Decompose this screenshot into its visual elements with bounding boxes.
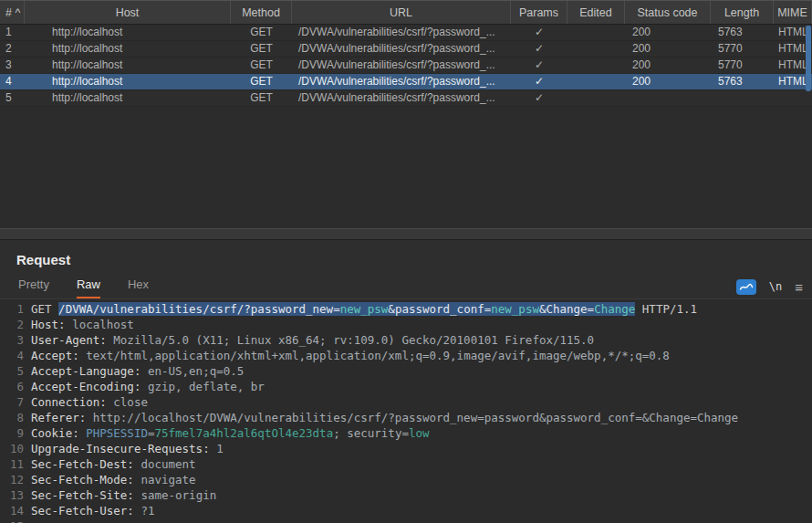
column-header-6[interactable]: Status code [625, 1, 711, 24]
cell-url: /DVWA/vulnerabilities/csrf/?password_... [292, 90, 511, 106]
cell-host: http://localhost [25, 90, 231, 106]
cell-num: 1 [0, 25, 25, 40]
request-line-text: User-Agent: Mozilla/5.0 (X11; Linux x86_… [31, 332, 594, 348]
request-line: 9Cookie: PHPSESSID=75fmel7a4hl2al6qtOl4e… [0, 425, 812, 441]
table-row[interactable]: 2http://localhostGET/DVWA/vulnerabilitie… [0, 41, 812, 58]
column-header-5[interactable]: Edited [567, 1, 625, 24]
cell-num: 5 [0, 90, 25, 106]
line-number: 5 [0, 363, 24, 379]
cell-params: ✓ [511, 74, 567, 89]
cell-url: /DVWA/vulnerabilities/csrf/?password_... [292, 41, 511, 57]
request-line: 6Accept-Encoding: gzip, deflate, br [0, 379, 812, 394]
cell-length [711, 90, 774, 106]
column-header-3[interactable]: URL [292, 1, 511, 24]
cell-method: GET [231, 41, 292, 57]
cell-status: 200 [625, 25, 711, 40]
cell-url: /DVWA/vulnerabilities/csrf/?password_... [292, 74, 511, 89]
raw-request-editor[interactable]: 1GET /DVWA/vulnerabilities/csrf/?passwor… [0, 299, 812, 523]
cell-url: /DVWA/vulnerabilities/csrf/?password_... [292, 25, 511, 40]
request-line: 3User-Agent: Mozilla/5.0 (X11; Linux x86… [0, 332, 812, 348]
request-line: 13Sec-Fetch-Site: same-origin [0, 487, 812, 503]
column-header-8[interactable]: MIME [774, 1, 812, 24]
table-row[interactable]: 5http://localhostGET/DVWA/vulnerabilitie… [0, 90, 812, 107]
tab-pretty[interactable]: Pretty [18, 277, 49, 298]
editor-menu-icon[interactable]: ≡ [795, 280, 803, 294]
history-table-rows: 1http://localhostGET/DVWA/vulnerabilitie… [0, 25, 812, 107]
cell-method: GET [231, 25, 292, 40]
table-row[interactable]: 1http://localhostGET/DVWA/vulnerabilitie… [0, 25, 812, 41]
request-line-text: Referer: http://localhost/DVWA/vulnerabi… [31, 410, 738, 425]
cell-num: 3 [0, 58, 25, 73]
line-number: 9 [0, 425, 24, 441]
request-line-text: Accept-Encoding: gzip, deflate, br [31, 379, 265, 394]
column-header-0[interactable]: # ^ [0, 1, 25, 24]
line-number: 7 [0, 394, 24, 410]
request-line-text: Host: localhost [31, 317, 134, 332]
request-line-text: Sec-Fetch-User: ?1 [31, 503, 154, 518]
cell-edited [567, 74, 625, 89]
request-line: 2Host: localhost [0, 317, 812, 332]
cell-host: http://localhost [25, 74, 231, 89]
cell-host: http://localhost [25, 58, 231, 73]
editor-tabs: PrettyRawHex [0, 276, 812, 299]
line-number: 10 [0, 441, 24, 456]
line-number: 11 [0, 456, 24, 472]
cell-mime [774, 90, 812, 106]
table-row[interactable]: 3http://localhostGET/DVWA/vulnerabilitie… [0, 58, 812, 74]
line-number: 8 [0, 410, 24, 425]
line-number: 12 [0, 472, 24, 487]
column-header-2[interactable]: Method [231, 1, 292, 24]
line-number: 14 [0, 503, 24, 518]
request-line: 10Upgrade-Insecure-Requests: 1 [0, 441, 812, 456]
cell-params: ✓ [511, 58, 567, 73]
request-line: 15 [0, 518, 812, 523]
cell-num: 4 [0, 74, 25, 89]
request-line: 7Connection: close [0, 394, 812, 410]
tab-raw[interactable]: Raw [77, 277, 100, 298]
wrap-lines-icon[interactable] [736, 279, 756, 295]
cell-params: ✓ [511, 25, 567, 40]
table-row[interactable]: 4http://localhostGET/DVWA/vulnerabilitie… [0, 74, 812, 90]
request-line-text: Connection: close [31, 394, 148, 410]
cell-status: 200 [625, 41, 711, 57]
request-line-text: Sec-Fetch-Site: same-origin [31, 487, 216, 503]
cell-status: 200 [625, 58, 711, 73]
cell-params: ✓ [511, 90, 567, 106]
request-panel: Request PrettyRawHex \n ≡ 1GET /DVWA/vul… [0, 240, 812, 523]
line-number: 1 [0, 301, 24, 317]
column-header-4[interactable]: Params [511, 1, 567, 24]
editor-toolbar: \n ≡ [736, 277, 803, 297]
cell-num: 2 [0, 41, 25, 57]
cell-status: 200 [625, 74, 711, 89]
line-number: 15 [0, 518, 24, 523]
scrollbar-thumb[interactable] [806, 26, 811, 91]
column-header-1[interactable]: Host [25, 1, 231, 24]
cell-length: 5763 [711, 25, 774, 40]
request-line-text: Cookie: PHPSESSID=75fmel7a4hl2al6qtOl4e2… [31, 425, 430, 441]
cell-edited [567, 58, 625, 73]
cell-edited [567, 25, 625, 40]
cell-host: http://localhost [25, 41, 231, 57]
cell-method: GET [231, 74, 292, 89]
cell-length: 5770 [711, 41, 774, 57]
request-line-text: Upgrade-Insecure-Requests: 1 [31, 441, 224, 456]
cell-method: GET [231, 90, 292, 106]
cell-edited [567, 41, 625, 57]
request-line: 5Accept-Language: en-US,en;q=0.5 [0, 363, 812, 379]
cell-length: 5770 [711, 58, 774, 73]
request-line-text: Accept: text/html,application/xhtml+xml,… [31, 348, 670, 363]
tab-hex[interactable]: Hex [128, 277, 149, 298]
request-line: 12Sec-Fetch-Mode: navigate [0, 472, 812, 487]
cell-url: /DVWA/vulnerabilities/csrf/?password_... [292, 58, 511, 73]
line-number: 3 [0, 332, 24, 348]
line-number: 2 [0, 317, 24, 332]
request-line-text: Sec-Fetch-Mode: navigate [31, 472, 196, 487]
panel-splitter[interactable] [0, 228, 812, 240]
cell-length: 5763 [711, 74, 774, 89]
newline-toggle-icon[interactable]: \n [769, 280, 782, 293]
request-line: 8Referer: http://localhost/DVWA/vulnerab… [0, 410, 812, 425]
request-line: 1GET /DVWA/vulnerabilities/csrf/?passwor… [0, 301, 812, 317]
cell-edited [567, 90, 625, 106]
column-header-7[interactable]: Length [711, 1, 774, 24]
cell-params: ✓ [511, 41, 567, 57]
